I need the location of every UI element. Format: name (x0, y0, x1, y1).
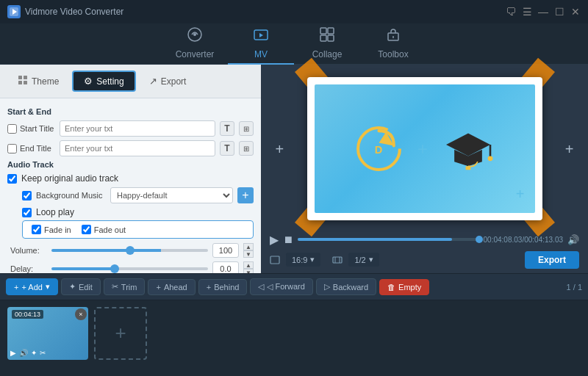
delay-up-btn[interactable]: ▲ (243, 261, 254, 269)
stop-btn[interactable]: ⏹ (283, 234, 293, 245)
close-window-btn[interactable]: ✕ (570, 7, 581, 17)
forward-btn[interactable]: ◁ ◁ Forward (250, 278, 312, 295)
add-clip-left-btn[interactable]: + (276, 140, 284, 157)
subtab-export[interactable]: ↗ Export (139, 72, 197, 90)
titlebar-controls[interactable]: 🗨 ☰ — ☐ ✕ (506, 7, 581, 17)
ratio-chevron: ▾ (310, 255, 315, 264)
progress-bar[interactable] (298, 238, 479, 241)
start-title-text-btn[interactable]: T (220, 121, 234, 136)
volume-up-btn[interactable]: ▲ (243, 243, 254, 250)
fade-out-label[interactable]: Fade out (82, 225, 126, 234)
tab-converter[interactable]: Converter (162, 24, 228, 65)
subtab-setting[interactable]: ⚙ Setting (72, 70, 135, 92)
start-title-input[interactable] (60, 120, 215, 137)
tab-converter-label: Converter (176, 49, 215, 59)
keep-original-label: Keep original audio track (21, 173, 118, 184)
svg-text:D: D (375, 144, 383, 156)
svg-rect-14 (24, 81, 27, 84)
left-panel: Theme ⚙ Setting ↗ Export Start & End Sta… (0, 65, 261, 273)
right-panel: + D + (261, 65, 588, 273)
subtab-theme[interactable]: Theme (7, 71, 69, 91)
titlebar-menu-btn[interactable]: ☰ (522, 7, 532, 17)
start-title-row: Start Title T ⊞ (7, 120, 254, 137)
play-btn[interactable]: ▶ (270, 233, 279, 247)
fade-out-checkbox[interactable] (82, 225, 91, 234)
setting-icon: ⚙ (84, 76, 93, 87)
empty-btn[interactable]: 🗑 Empty (379, 279, 429, 295)
collage-icon (319, 26, 335, 46)
bg-music-checkbox[interactable] (22, 191, 32, 200)
clip-count-icon (332, 255, 343, 265)
ratio-btn[interactable]: 16:9 ▾ (286, 253, 320, 267)
main-content: Theme ⚙ Setting ↗ Export Start & End Sta… (0, 65, 588, 273)
fade-in-label[interactable]: Fade in (32, 225, 71, 234)
film-clip-close-btn[interactable]: × (75, 308, 87, 320)
volume-slider[interactable] (51, 249, 208, 252)
export-btn[interactable]: Export (525, 251, 579, 269)
behind-icon: + (207, 283, 211, 292)
end-title-input[interactable] (60, 140, 215, 156)
titlebar: Vidmore Video Converter 🗨 ☰ — ☐ ✕ (0, 0, 588, 24)
trim-btn[interactable]: ✂ Trim (104, 278, 146, 295)
loop-play-checkbox[interactable] (22, 208, 32, 217)
ahead-btn[interactable]: + Ahead (148, 279, 195, 295)
edit-btn[interactable]: ✦ Edit (61, 278, 101, 295)
time-display: 00:04:08.03/00:04:13.03 (484, 236, 563, 244)
add-music-btn[interactable]: + (237, 187, 254, 203)
trim-icon: ✂ (112, 282, 118, 292)
volume-spin[interactable]: ▲ ▼ (243, 243, 254, 258)
keep-original-checkbox[interactable] (7, 174, 17, 184)
ratio-row: 16:9 ▾ 1/2 ▾ Export (261, 250, 588, 270)
add-clip-right-btn[interactable]: + (565, 140, 574, 157)
bottom-toolbar: + + Add ▾ ✦ Edit ✂ Trim + Ahead + Behind… (0, 273, 588, 300)
behind-btn[interactable]: + Behind (198, 279, 248, 295)
bg-music-select[interactable]: Happy-default (110, 187, 233, 203)
app-title: Vidmore Video Converter (25, 7, 123, 17)
svg-rect-12 (24, 76, 27, 79)
fade-box: Fade in Fade out (22, 220, 254, 239)
volume-icon[interactable]: 🔊 (567, 234, 579, 245)
minimize-btn[interactable]: 🗨 (506, 7, 516, 17)
delay-slider[interactable] (51, 267, 208, 270)
video-frame: D + + (307, 77, 542, 220)
maximize-window-btn[interactable]: ☐ (554, 7, 564, 17)
minimize-window-btn[interactable]: — (538, 7, 548, 17)
end-title-checkbox[interactable] (7, 144, 17, 153)
add-chevron: ▾ (46, 282, 50, 292)
tab-mv[interactable]: MV (228, 24, 294, 65)
delay-down-btn[interactable]: ▼ (243, 269, 254, 273)
add-btn[interactable]: + + Add ▾ (6, 278, 58, 295)
plus-sign: + (417, 139, 428, 159)
subtab-setting-label: Setting (96, 76, 123, 87)
film-play-icon: ▶ (10, 349, 16, 357)
video-inner-plus: + (516, 186, 525, 203)
volume-down-btn[interactable]: ▼ (243, 250, 254, 258)
svg-point-20 (488, 156, 493, 161)
tab-collage[interactable]: Collage (294, 24, 360, 65)
svg-rect-22 (270, 256, 279, 264)
loop-play-row: Loop play (22, 207, 254, 217)
volume-value: 100 (212, 243, 239, 258)
start-title-checkbox[interactable] (7, 124, 17, 134)
delay-spin[interactable]: ▲ ▼ (243, 261, 254, 273)
svg-rect-23 (333, 257, 342, 263)
backward-icon: ▷ (324, 282, 330, 292)
delay-row: Delay: 0.0 ▲ ▼ (10, 261, 254, 273)
ahead-icon: + (156, 283, 160, 292)
add-clip-btn[interactable]: + (94, 307, 147, 360)
clip-count-btn[interactable]: 1/2 ▾ (348, 253, 379, 267)
page-count: 1 / 1 (567, 283, 582, 292)
start-title-label: Start Title (7, 124, 55, 134)
tab-toolbox[interactable]: Toolbox (360, 24, 426, 65)
end-title-layout-btn[interactable]: ⊞ (239, 141, 254, 156)
fade-in-checkbox[interactable] (32, 225, 41, 234)
preview-area: + D + (289, 68, 561, 230)
titlebar-left: Vidmore Video Converter (7, 5, 123, 18)
svg-rect-13 (18, 81, 22, 84)
end-title-label: End Title (7, 144, 55, 153)
backward-btn[interactable]: ▷ Backward (316, 278, 376, 295)
end-title-text-btn[interactable]: T (220, 141, 234, 156)
clip-count-chevron: ▾ (369, 255, 373, 264)
empty-icon: 🗑 (387, 283, 395, 292)
start-title-layout-btn[interactable]: ⊞ (239, 121, 254, 136)
